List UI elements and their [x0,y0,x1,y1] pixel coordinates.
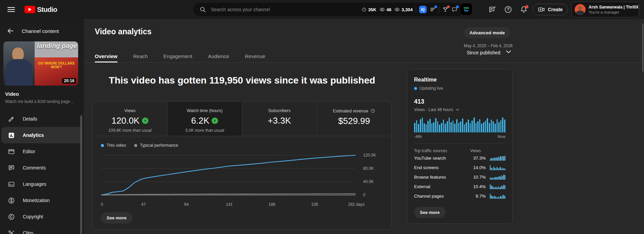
up-arrow-icon [212,118,218,124]
performance-chart[interactable] [101,150,358,200]
video-title: Watch me build a $1M landing page ... [5,99,78,104]
traffic-row-end-screens[interactable]: End screens 14.0% [414,163,505,172]
sidebar: Channel content Go Where Dollars Won't l… [0,19,84,234]
chevron-down-icon [504,48,513,56]
divider [84,62,644,63]
chat-icon[interactable] [451,6,458,13]
subtitles-icon [7,181,15,188]
views-total-stat: 3,304 [394,7,413,12]
profile-name: Arsh Sanwarwala | ThrillX [589,5,639,10]
date-mode-text: Since published [424,50,500,55]
analytics-tabs: Overview Reach Engagement Audience Reven… [95,50,265,62]
vidiq-rank-icon[interactable] [430,6,436,13]
main-scrollbar[interactable] [642,23,644,72]
traffic-row-channel-pages[interactable]: Channel pages 9.7% [414,191,505,201]
eye-icon [379,7,385,12]
trophy-icon[interactable] [442,6,448,13]
back-arrow-icon [7,27,14,35]
duration-badge: 20:16 [62,78,76,84]
sidebar-item-analytics[interactable]: Analytics [1,127,83,143]
realtime-count-filter[interactable]: Views · Last 48 hours [414,107,505,112]
profile-chip[interactable]: Arsh Sanwarwala | ThrillX You're a manag… [571,2,639,17]
feedback-icon[interactable] [488,5,497,14]
divider [416,6,416,13]
avatar [575,4,586,15]
metric-card-subscribers[interactable]: Subscribers +3.3K [242,102,317,136]
main-content: Video analytics Advanced mode May 4, 202… [84,19,644,234]
chevron-down-icon [455,107,460,112]
see-more-button[interactable]: See more [101,212,132,223]
create-button[interactable]: Create [533,4,568,15]
notification-dot [456,5,459,8]
metric-card-views[interactable]: Views 120.0K 109.6K more than usual [93,102,167,136]
notification-dot [525,5,529,8]
sidebar-item-clips[interactable]: Clips [1,225,83,234]
realtime-title: Realtime [414,77,505,83]
scissors-icon [7,230,15,234]
topbar: Studio 35K 46 3,304 IQ [0,0,644,19]
comments-icon [7,164,15,172]
metric-card-revenue[interactable]: Estimated revenue $529.99 [317,102,391,136]
copyright-icon [7,213,15,220]
notifications-bell-icon[interactable] [520,5,528,14]
tab-revenue[interactable]: Revenue [245,50,265,62]
video-plus-icon [538,6,545,13]
eye-icon [394,7,400,12]
traffic-row-youtube-search[interactable]: YouTube search 37.3% [414,153,505,163]
back-to-channel-content[interactable]: Channel content [0,19,84,41]
search-icon [199,6,206,13]
metric-card-watch-time[interactable]: Watch time (hours) 6.2K 5.0K more than u… [167,102,242,136]
clock-info-icon [370,108,375,113]
advanced-mode-button[interactable]: Advanced mode [464,27,510,38]
sparkline [490,184,505,189]
realtime-axis: -48h Now [414,134,505,144]
sidebar-item-details[interactable]: Details [1,111,83,127]
realtime-bar-chart[interactable] [414,118,505,132]
back-label: Channel content [22,28,59,34]
legend-typical-performance[interactable]: Typical performance [134,143,178,148]
sidebar-scrollbar[interactable] [80,115,82,234]
notification-dot [447,5,450,8]
realtime-see-more-button[interactable]: See more [414,207,446,218]
video-thumbnail[interactable]: Go Where Dollars Won't landing page 20:1… [3,41,78,86]
clock-icon [361,7,366,12]
traffic-row-browse-features[interactable]: Browse features 10.7% [414,172,505,182]
youtube-studio-logo[interactable]: Studio [24,6,57,14]
pencil-icon [7,115,15,123]
tab-engagement[interactable]: Engagement [163,50,192,62]
sidebar-item-copyright[interactable]: Copyright [1,209,83,225]
sparkline [490,194,505,199]
video-section-label: Video [5,91,78,97]
date-range-selector[interactable]: May 4, 2025 – Feb 4, 2026 Since publishe… [424,43,513,55]
vidiq-icon[interactable]: IQ [419,6,427,13]
menu-icon[interactable] [7,7,15,12]
sidebar-item-monetization[interactable]: Monetization [1,192,83,209]
sidebar-item-editor[interactable]: Editor [1,143,83,160]
tab-overview[interactable]: Overview [95,50,118,62]
legend-dot [134,144,137,147]
profile-role: You're a manager [589,10,639,14]
thumbnail-person [3,41,35,86]
sparkline [490,156,505,161]
sparkline [490,175,505,180]
nexlev-extension-icon[interactable]: nexlev [461,3,472,15]
vidiq-stats-pill[interactable]: 35K 46 3,304 IQ [357,3,462,16]
traffic-row-external[interactable]: External 10.4% [414,182,505,191]
sidebar-item-languages[interactable]: Languages [1,176,83,192]
live-dot [414,87,417,90]
help-icon[interactable] [504,5,512,14]
tab-reach[interactable]: Reach [133,50,148,62]
sidebar-item-comments[interactable]: Comments [1,160,83,176]
realtime-count: 413 [414,98,505,105]
views-headline: This video has gotten 119,950 views sinc… [92,75,392,86]
youtube-play-icon [24,6,35,13]
up-arrow-icon [142,118,148,124]
tab-audience[interactable]: Audience [208,50,229,62]
date-range-text: May 4, 2025 – Feb 4, 2026 [424,43,513,48]
sidebar-menu: Details Analytics Editor Comments Langua… [0,111,84,234]
page-title: Video analytics [95,27,151,36]
legend-this-video[interactable]: This video [101,143,126,148]
sparkline [490,165,505,170]
traffic-sources-header: Top traffic sources Views [414,148,505,153]
chart-legend: This video Typical performance [93,136,391,148]
